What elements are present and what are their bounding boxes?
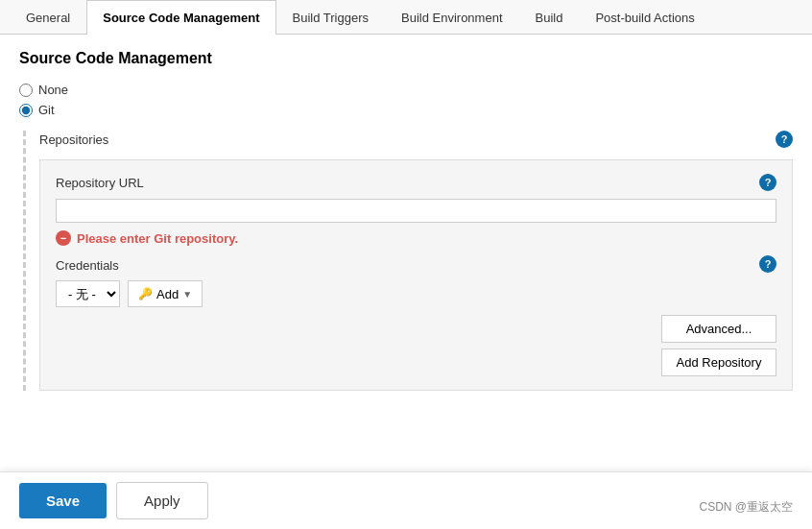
page-title: Source Code Management [19,50,793,67]
credentials-help-icon[interactable]: ? [759,255,776,273]
scm-radio-group: None Git [19,83,793,117]
repositories-section: Repositories ? Repository URL ? − Please… [23,131,793,391]
advanced-button[interactable]: Advanced... [661,315,776,343]
repo-url-input-wrapper [56,199,776,223]
repository-box: Repository URL ? − Please enter Git repo… [39,159,793,391]
radio-none-input[interactable] [19,84,33,97]
tab-bar: General Source Code Management Build Tri… [0,0,812,35]
tab-build[interactable]: Build [519,0,580,35]
repo-url-help-icon[interactable]: ? [759,174,776,191]
caret-icon: ▼ [182,289,192,300]
repositories-label: Repositories [39,132,108,147]
radio-git-input[interactable] [19,104,33,117]
add-button-label: Add [156,287,179,301]
error-row: − Please enter Git repository. [56,230,776,246]
bottom-bar: Save Apply [0,471,812,529]
error-message: Please enter Git repository. [77,231,238,246]
repo-url-row: Repository URL ? [56,174,776,191]
tab-source-code-management[interactable]: Source Code Management [86,0,275,35]
repo-url-input[interactable] [56,199,776,223]
add-repository-button[interactable]: Add Repository [661,349,776,376]
radio-git-label: Git [38,103,55,117]
tab-post-build-actions[interactable]: Post-build Actions [579,0,710,35]
radio-git[interactable]: Git [19,103,793,117]
save-button[interactable]: Save [19,483,107,518]
error-icon: − [56,230,71,246]
credentials-label: Credentials [56,256,119,273]
main-content: Source Code Management None Git Reposito… [0,35,812,418]
watermark: CSDN @重返太空 [699,499,793,516]
add-credentials-button[interactable]: 🔑 Add ▼ [128,280,203,307]
radio-none-label: None [38,83,68,97]
repo-url-label: Repository URL [56,174,144,190]
action-buttons: Advanced... Add Repository [56,315,776,376]
tab-build-triggers[interactable]: Build Triggers [276,0,385,35]
key-icon: 🔑 [138,287,153,301]
tab-build-environment[interactable]: Build Environment [385,0,519,35]
repositories-help-icon[interactable]: ? [776,131,793,148]
tab-general[interactable]: General [10,0,86,35]
credentials-select[interactable]: - 无 - [56,280,120,307]
repositories-header: Repositories ? [39,131,793,148]
apply-button[interactable]: Apply [116,482,208,519]
radio-none[interactable]: None [19,83,793,97]
credentials-controls: - 无 - 🔑 Add ▼ [56,280,776,307]
